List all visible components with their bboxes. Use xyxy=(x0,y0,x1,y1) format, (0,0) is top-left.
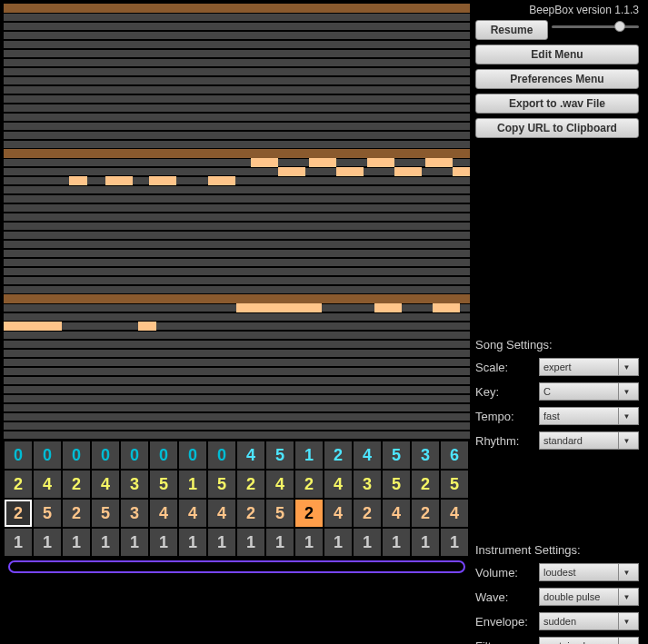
pattern-cell[interactable]: 2 xyxy=(294,499,324,528)
pattern-cell[interactable]: 4 xyxy=(178,499,207,528)
note[interactable] xyxy=(4,294,470,303)
pattern-cell[interactable]: 1 xyxy=(120,528,149,557)
pattern-cell[interactable]: 2 xyxy=(411,499,440,528)
pattern-cell[interactable]: 2 xyxy=(62,499,91,528)
note[interactable] xyxy=(149,176,176,185)
pattern-cell[interactable]: 4 xyxy=(91,470,120,499)
wave-select[interactable]: double pulse▼ xyxy=(539,588,639,606)
piano-row[interactable] xyxy=(4,240,470,249)
note[interactable] xyxy=(105,176,133,185)
pattern-cell[interactable]: 1 xyxy=(440,528,469,557)
pattern-cell[interactable]: 1 xyxy=(4,528,33,557)
envelope-select[interactable]: sudden▼ xyxy=(539,612,639,630)
pattern-cell[interactable]: 2 xyxy=(236,470,265,499)
piano-row[interactable] xyxy=(4,140,470,149)
pattern-cell[interactable]: 2 xyxy=(4,499,33,528)
pattern-cell[interactable]: 3 xyxy=(120,470,149,499)
piano-row[interactable] xyxy=(4,31,470,40)
note[interactable] xyxy=(433,303,460,312)
pattern-cell[interactable]: 5 xyxy=(265,499,294,528)
piano-row[interactable] xyxy=(4,403,470,412)
note[interactable] xyxy=(374,303,402,312)
piano-row[interactable] xyxy=(4,203,470,213)
pattern-cell[interactable]: 0 xyxy=(178,441,207,470)
piano-row[interactable] xyxy=(4,222,470,231)
pattern-cell[interactable]: 5 xyxy=(33,499,62,528)
piano-row[interactable] xyxy=(4,376,470,385)
note[interactable] xyxy=(278,167,305,176)
pattern-cell[interactable]: 0 xyxy=(120,441,149,470)
pattern-cell[interactable]: 2 xyxy=(294,470,324,499)
pattern-cell[interactable]: 4 xyxy=(382,499,411,528)
pattern-cell[interactable]: 1 xyxy=(62,528,91,557)
pattern-cell[interactable]: 0 xyxy=(149,441,178,470)
note[interactable] xyxy=(251,158,278,167)
pattern-cell[interactable]: 0 xyxy=(4,441,33,470)
pattern-cell[interactable]: 6 xyxy=(440,441,469,470)
pattern-cell[interactable]: 5 xyxy=(91,499,120,528)
pattern-cell[interactable]: 0 xyxy=(33,441,62,470)
piano-row[interactable] xyxy=(4,185,470,194)
pattern-cell[interactable]: 4 xyxy=(149,499,178,528)
pattern-cell[interactable]: 2 xyxy=(4,470,33,499)
piano-row[interactable] xyxy=(4,340,470,349)
pattern-cell[interactable]: 1 xyxy=(149,528,178,557)
pattern-cell[interactable]: 5 xyxy=(382,470,411,499)
pattern-cell[interactable]: 3 xyxy=(353,470,382,499)
preferences-button[interactable]: Preferences Menu xyxy=(475,69,639,89)
filter-select[interactable]: sustain sharp▼ xyxy=(539,637,639,644)
volume-select[interactable]: loudest▼ xyxy=(539,563,639,581)
piano-row[interactable] xyxy=(4,267,470,276)
pattern-cell[interactable]: 1 xyxy=(207,528,236,557)
pattern-cell[interactable]: 2 xyxy=(411,470,440,499)
piano-row[interactable] xyxy=(4,431,470,440)
piano-row[interactable] xyxy=(4,158,470,167)
piano-row[interactable] xyxy=(4,231,470,240)
piano-row[interactable] xyxy=(4,412,470,421)
pattern-cell[interactable]: 0 xyxy=(207,441,236,470)
piano-row[interactable] xyxy=(4,13,470,22)
pattern-cell[interactable]: 3 xyxy=(120,499,149,528)
piano-row[interactable] xyxy=(4,322,470,331)
pattern-cell[interactable]: 0 xyxy=(62,441,91,470)
piano-row[interactable] xyxy=(4,358,470,367)
piano-row[interactable] xyxy=(4,40,470,49)
piano-row[interactable] xyxy=(4,285,470,294)
note[interactable] xyxy=(309,158,336,167)
pattern-cell[interactable]: 5 xyxy=(440,470,469,499)
pattern-cell[interactable]: 4 xyxy=(440,499,469,528)
pattern-cell[interactable]: 4 xyxy=(324,499,353,528)
note[interactable] xyxy=(4,322,62,331)
pattern-cell[interactable]: 1 xyxy=(353,528,382,557)
tempo-select[interactable]: fast▼ xyxy=(539,407,639,425)
note[interactable] xyxy=(394,167,422,176)
note[interactable] xyxy=(69,176,87,185)
pattern-cell[interactable]: 2 xyxy=(236,499,265,528)
note[interactable] xyxy=(367,158,394,167)
piano-row[interactable] xyxy=(4,276,470,285)
piano-row[interactable] xyxy=(4,104,470,113)
piano-row[interactable] xyxy=(4,367,470,376)
piano-row[interactable] xyxy=(4,213,470,222)
piano-row[interactable] xyxy=(4,113,470,122)
note[interactable] xyxy=(336,167,364,176)
pattern-cell[interactable]: 1 xyxy=(178,528,207,557)
piano-row[interactable] xyxy=(4,349,470,358)
piano-row[interactable] xyxy=(4,194,470,203)
piano-row[interactable] xyxy=(4,131,470,140)
pattern-cell[interactable]: 1 xyxy=(324,528,353,557)
note[interactable] xyxy=(208,176,235,185)
pattern-cell[interactable]: 4 xyxy=(236,441,265,470)
pattern-cell[interactable]: 1 xyxy=(91,528,120,557)
pattern-cell[interactable]: 1 xyxy=(178,470,207,499)
pattern-cell[interactable]: 5 xyxy=(149,470,178,499)
piano-row[interactable] xyxy=(4,85,470,94)
note[interactable] xyxy=(236,303,294,312)
piano-row[interactable] xyxy=(4,49,470,58)
pattern-cell[interactable]: 1 xyxy=(382,528,411,557)
edit-menu-button[interactable]: Edit Menu xyxy=(475,45,639,64)
pattern-cell[interactable]: 4 xyxy=(324,470,353,499)
piano-row[interactable] xyxy=(4,94,470,104)
piano-roll[interactable] xyxy=(4,4,470,441)
pattern-cell[interactable]: 1 xyxy=(265,528,294,557)
